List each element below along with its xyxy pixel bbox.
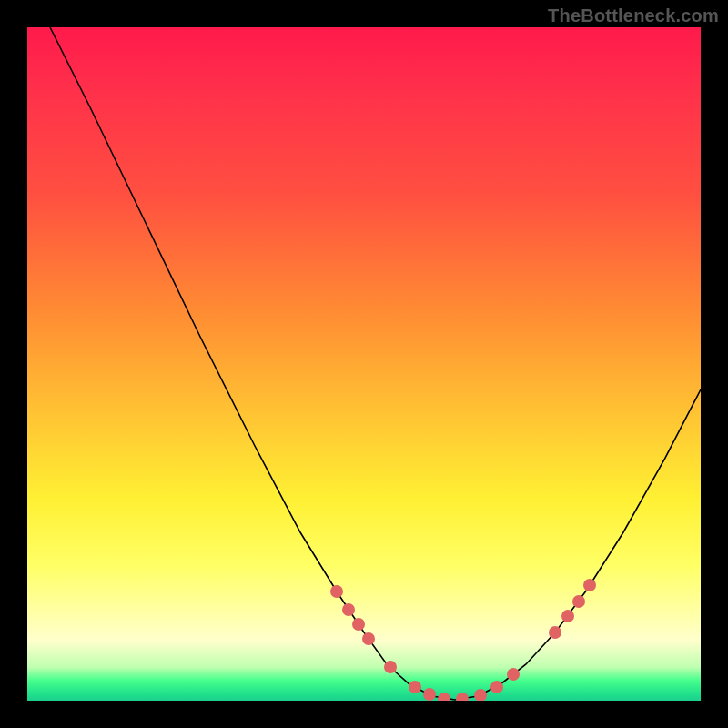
curve-marker xyxy=(352,618,365,631)
curve-path xyxy=(50,27,701,700)
curve-marker xyxy=(438,693,450,701)
curve-marker xyxy=(561,610,574,622)
curve-marker xyxy=(474,689,487,701)
chart-frame: TheBottleneck.com xyxy=(0,0,728,728)
curve-marker xyxy=(330,585,343,598)
curve-marker xyxy=(583,579,596,592)
curve-marker xyxy=(490,681,503,693)
curve-marker xyxy=(456,693,469,701)
curve-marker xyxy=(507,668,520,681)
plot-area xyxy=(27,27,701,701)
curve-marker xyxy=(384,661,397,673)
bottleneck-curve xyxy=(27,27,701,701)
marker-group xyxy=(330,579,596,701)
curve-marker xyxy=(549,626,561,639)
watermark-text: TheBottleneck.com xyxy=(548,5,719,26)
curve-marker xyxy=(409,681,421,693)
curve-marker xyxy=(342,603,355,616)
curve-marker xyxy=(362,632,375,645)
curve-marker xyxy=(423,688,436,701)
curve-marker xyxy=(572,595,585,608)
